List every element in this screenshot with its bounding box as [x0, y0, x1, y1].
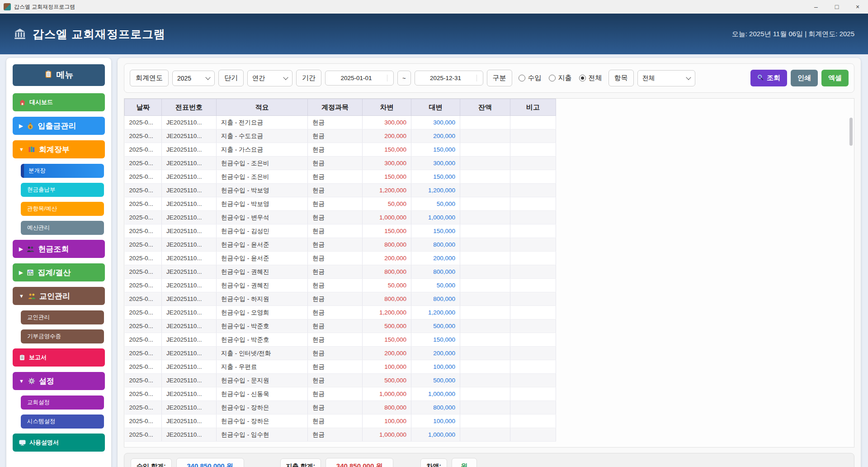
sidebar-item-분개장[interactable]: 분개장 — [21, 164, 104, 178]
table-row[interactable]: 2025-0...JE2025110...헌금수입 - 김성민현금150,000… — [125, 224, 556, 238]
excel-button[interactable]: 엑셀 — [821, 70, 849, 86]
column-header-대변[interactable]: 대변 — [411, 99, 460, 116]
period-select[interactable]: 연간 — [247, 70, 292, 86]
table-row[interactable]: 2025-0...JE2025110...헌금수입 - 박보영현금1,200,0… — [125, 184, 556, 197]
table-row[interactable]: 2025-0...JE2025110...헌금수입 - 조은비현금300,000… — [125, 157, 556, 170]
table-row[interactable]: 2025-0...JE2025110...헌금수입 - 변우석현금1,000,0… — [125, 211, 556, 224]
sidebar-item-보고서[interactable]: 보고서 — [13, 348, 105, 367]
table-row[interactable]: 2025-0...JE2025110...헌금수입 - 조은비현금150,000… — [125, 170, 556, 184]
maximize-button[interactable]: □ — [826, 0, 847, 14]
search-button[interactable]: 조회 — [750, 70, 787, 86]
cell-note — [510, 238, 556, 252]
type-radio-전체[interactable]: 전체 — [579, 74, 602, 82]
sidebar-item-입출금관리[interactable]: ▶$입출금관리 — [13, 117, 105, 135]
cell-balance — [460, 170, 510, 184]
print-button[interactable]: 인쇄 — [791, 70, 818, 86]
sidebar-item-집계/결산[interactable]: ▶집계/결산 — [13, 263, 105, 281]
table-row[interactable]: 2025-0...JE2025110...헌금수입 - 박준호현금150,000… — [125, 333, 556, 347]
cell-voucher: JE2025110... — [162, 387, 217, 401]
table-row[interactable]: 2025-0...JE2025110...헌금수입 - 권혜진현금800,000… — [125, 265, 556, 279]
cell-note — [510, 143, 556, 157]
type-radio-수입[interactable]: 수입 — [519, 74, 542, 82]
cell-note — [510, 157, 556, 170]
sidebar-item-교회설정[interactable]: 교회설정 — [21, 396, 104, 410]
menu-header: 메뉴 — [13, 64, 105, 86]
arrow-right-icon: ▶ — [19, 246, 23, 252]
item-select[interactable]: 전체 — [637, 70, 695, 86]
cell-credit: 1,200,000 — [411, 306, 460, 319]
cell-date: 2025-0... — [125, 184, 162, 197]
cell-debit: 1,200,000 — [363, 306, 411, 319]
cell-date: 2025-0... — [125, 401, 162, 415]
sidebar-item-예산관리[interactable]: 예산관리 — [21, 221, 104, 235]
cell-balance — [460, 224, 510, 238]
sidebar-item-시스템설정[interactable]: 시스템설정 — [21, 415, 104, 429]
cell-debit: 50,000 — [363, 279, 411, 292]
table-row[interactable]: 2025-0...JE2025110...지출 - 수도요금현금200,0002… — [125, 129, 556, 143]
column-header-잔액[interactable]: 잔액 — [460, 99, 510, 116]
arrow-right-icon: ▶ — [19, 270, 23, 276]
table-row[interactable]: 2025-0...JE2025110...헌금수입 - 신동욱현금1,000,0… — [125, 387, 556, 401]
cell-credit: 300,000 — [411, 116, 460, 129]
column-header-적요[interactable]: 적요 — [217, 99, 308, 116]
sidebar-item-사용설명서[interactable]: 사용설명서 — [13, 434, 105, 452]
cell-note — [510, 292, 556, 306]
cell-credit: 50,000 — [411, 279, 460, 292]
cell-note — [510, 265, 556, 279]
vertical-scrollbar[interactable] — [849, 118, 853, 146]
table-row[interactable]: 2025-0...JE2025110...헌금수입 - 장하은현금100,000… — [125, 415, 556, 428]
table-row[interactable]: 2025-0...JE2025110...헌금수입 - 박보영현금50,0005… — [125, 197, 556, 211]
sidebar-item-교인관리[interactable]: ▼교인관리 — [13, 287, 105, 305]
column-header-날짜[interactable]: 날짜 — [125, 99, 162, 116]
cell-credit: 200,000 — [411, 252, 460, 265]
sidebar-item-회계장부[interactable]: ▼회계장부 — [13, 140, 105, 158]
column-header-비고[interactable]: 비고 — [510, 99, 556, 116]
cell-account: 현금 — [308, 197, 363, 211]
table-row[interactable]: 2025-0...JE2025110...지출 - 전기요금현금300,0003… — [125, 116, 556, 129]
sidebar: 메뉴 대시보드▶$입출금관리▼회계장부분개장현금출납부관항목/예산예산관리▶헌금… — [6, 58, 111, 467]
column-header-전표번호[interactable]: 전표번호 — [162, 99, 217, 116]
calendar-dropdown[interactable] — [476, 75, 483, 81]
date-to-input[interactable]: 2025-12-31 — [415, 71, 483, 86]
sidebar-item-관항목/예산[interactable]: 관항목/예산 — [21, 202, 104, 216]
table-row[interactable]: 2025-0...JE2025110...지출 - 가스요금현금150,0001… — [125, 143, 556, 157]
cell-date: 2025-0... — [125, 211, 162, 224]
table-row[interactable]: 2025-0...JE2025110...헌금수입 - 임수현현금1,000,0… — [125, 428, 556, 442]
cell-date: 2025-0... — [125, 116, 162, 129]
column-header-차변[interactable]: 차변 — [363, 99, 411, 116]
table-row[interactable]: 2025-0...JE2025110...헌금수입 - 장하은현금800,000… — [125, 401, 556, 415]
table-row[interactable]: 2025-0...JE2025110...헌금수입 - 박준호현금500,000… — [125, 319, 556, 333]
sidebar-item-기부금영수증[interactable]: 기부금영수증 — [21, 329, 104, 343]
table-row[interactable]: 2025-0...JE2025110...헌금수입 - 하지원현금800,000… — [125, 292, 556, 306]
expense-total-label: 지출 합계: — [280, 458, 321, 467]
table-row[interactable]: 2025-0...JE2025110...헌금수입 - 윤서준현금200,000… — [125, 252, 556, 265]
sidebar-item-교인관리[interactable]: 교인관리 — [21, 310, 104, 324]
cell-date: 2025-0... — [125, 387, 162, 401]
cell-desc: 헌금수입 - 신동욱 — [217, 387, 308, 401]
minimize-button[interactable]: – — [806, 0, 826, 14]
sidebar-item-대시보드[interactable]: 대시보드 — [13, 93, 105, 111]
date-from-input[interactable]: 2025-01-01 — [325, 71, 394, 86]
column-header-계정과목[interactable]: 계정과목 — [308, 99, 363, 116]
cell-desc: 헌금수입 - 박보영 — [217, 184, 308, 197]
svg-text:$: $ — [29, 125, 32, 129]
table-row[interactable]: 2025-0...JE2025110...헌금수입 - 권혜진현금50,0005… — [125, 279, 556, 292]
fiscal-year-select[interactable]: 2025 — [172, 71, 215, 86]
table-row[interactable]: 2025-0...JE2025110...헌금수입 - 문지원현금500,000… — [125, 374, 556, 387]
type-radio-지출[interactable]: 지출 — [549, 74, 572, 82]
sidebar-item-label: 분개장 — [28, 167, 46, 175]
cell-debit: 300,000 — [363, 157, 411, 170]
sidebar-item-설정[interactable]: ▼설정 — [13, 372, 105, 390]
cell-date: 2025-0... — [125, 143, 162, 157]
calendar-dropdown[interactable] — [387, 75, 393, 81]
cell-voucher: JE2025110... — [162, 347, 217, 360]
sidebar-item-label: 현금출납부 — [27, 186, 56, 194]
close-button[interactable]: × — [847, 0, 868, 14]
table-row[interactable]: 2025-0...JE2025110...지출 - 인터넷/전화현금200,00… — [125, 347, 556, 360]
table-row[interactable]: 2025-0...JE2025110...헌금수입 - 윤서준현금800,000… — [125, 238, 556, 252]
sidebar-item-헌금조회[interactable]: ▶헌금조회 — [13, 240, 105, 258]
table-row[interactable]: 2025-0...JE2025110...헌금수입 - 오영희현금1,200,0… — [125, 306, 556, 319]
sidebar-item-현금출납부[interactable]: 현금출납부 — [21, 183, 104, 197]
table-row[interactable]: 2025-0...JE2025110...지출 - 우편료현금100,00010… — [125, 360, 556, 374]
members-icon — [28, 293, 36, 300]
